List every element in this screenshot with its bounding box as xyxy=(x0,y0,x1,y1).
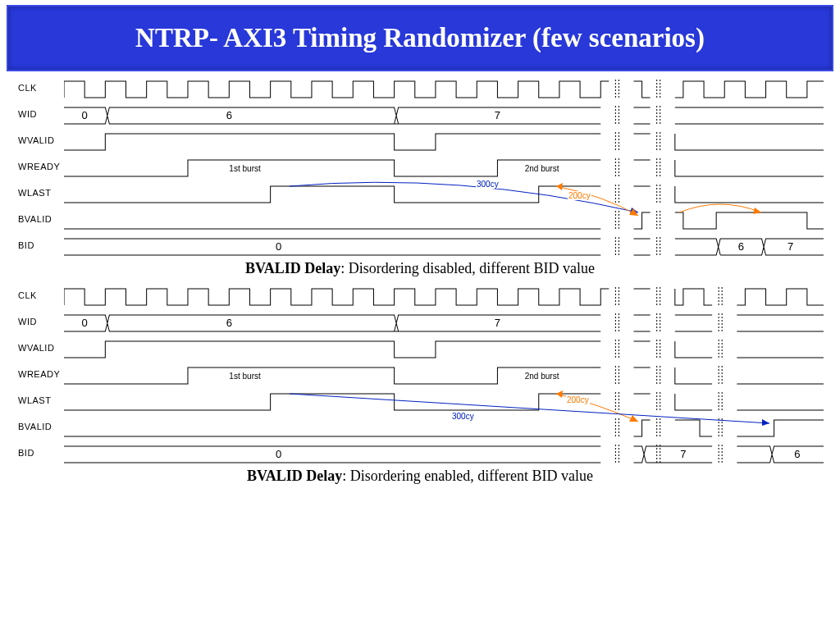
wvalid-wave xyxy=(64,127,824,153)
signal-label: BID xyxy=(16,240,64,250)
svg-text:1st burst: 1st burst xyxy=(229,164,261,173)
delay-label: 200cy xyxy=(568,191,591,200)
delay-label: 200cy xyxy=(566,395,590,404)
signal-label: BVALID xyxy=(16,422,64,431)
svg-text:0: 0 xyxy=(276,448,281,460)
signal-label: BID xyxy=(16,448,64,458)
signal-label: CLK xyxy=(16,290,64,300)
svg-text:7: 7 xyxy=(495,109,500,121)
wlast-wave xyxy=(64,387,824,413)
signal-label: WVALID xyxy=(16,135,64,145)
svg-text:2nd burst: 2nd burst xyxy=(525,372,559,381)
wid-wave: 0 6 7 xyxy=(64,101,824,127)
signal-label: WID xyxy=(16,109,64,119)
svg-text:0: 0 xyxy=(82,317,88,329)
wlast-wave xyxy=(64,180,824,206)
wready-wave: 1st burst 2nd burst xyxy=(64,153,824,180)
page-title: NTRP- AXI3 Timing Randomizer (few scenar… xyxy=(7,5,833,71)
wready-wave: 1st burst 2nd burst xyxy=(64,361,824,387)
svg-text:6: 6 xyxy=(794,448,800,460)
bvalid-wave xyxy=(64,413,824,440)
signal-label: BVALID xyxy=(16,214,64,224)
svg-text:2nd burst: 2nd burst xyxy=(525,164,559,173)
signal-label: WREADY xyxy=(16,162,64,171)
bid-wave: 0 6 7 xyxy=(64,232,824,258)
svg-text:6: 6 xyxy=(226,109,232,121)
svg-text:0: 0 xyxy=(82,109,88,121)
svg-text:7: 7 xyxy=(788,240,793,253)
signal-label: WID xyxy=(16,317,64,326)
clk-wave xyxy=(64,282,824,308)
delay-label: 300cy xyxy=(451,412,475,421)
signal-label: WREADY xyxy=(16,369,64,379)
delay-label: 300cy xyxy=(476,180,500,189)
bvalid-wave xyxy=(64,206,824,232)
clk-wave xyxy=(64,75,824,101)
signal-label: WLAST xyxy=(16,395,64,405)
svg-text:0: 0 xyxy=(276,240,281,253)
timing-diagram-1: CLK WID 0 6 7 WVALID WREADY 1st burst 2n… xyxy=(16,75,824,258)
svg-text:7: 7 xyxy=(680,448,686,460)
signal-label: WVALID xyxy=(16,343,64,353)
svg-text:6: 6 xyxy=(738,240,744,253)
diagram-caption: BVALID Delay: Disordering disabled, diff… xyxy=(0,260,840,277)
svg-text:7: 7 xyxy=(495,317,500,329)
wid-wave: 0 6 7 xyxy=(64,308,824,335)
bid-wave: 0 7 6 xyxy=(64,440,824,466)
wvalid-wave xyxy=(64,335,824,361)
signal-label: CLK xyxy=(16,83,64,93)
svg-text:1st burst: 1st burst xyxy=(229,372,261,381)
svg-text:6: 6 xyxy=(226,317,232,329)
timing-diagram-2: CLK WID 0 6 7 WVALID WREADY 1st burst 2n… xyxy=(16,282,824,466)
diagram-caption: BVALID Delay: Disordering enabled, diffe… xyxy=(0,468,840,485)
signal-label: WLAST xyxy=(16,188,64,198)
